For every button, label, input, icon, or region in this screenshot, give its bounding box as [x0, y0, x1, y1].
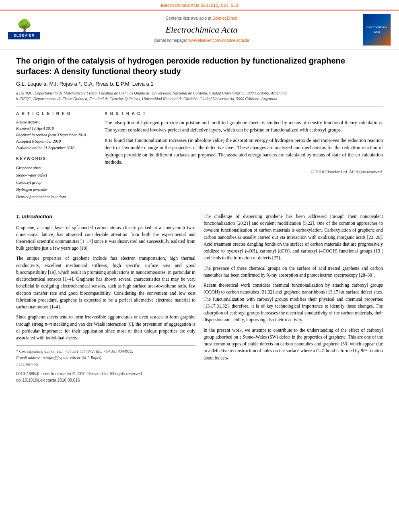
keyword-3: Carboxyl group: [16, 179, 97, 186]
keyword-2: Stone–Wales defect: [16, 172, 97, 179]
elsevier-logo: 🌳 ELSEVIER: [8, 20, 40, 39]
intro-para-3: Since graphene sheets tend to form irrev…: [16, 314, 195, 341]
journal-name: Electrochimica Acta: [44, 23, 359, 36]
main-content: The origin of the catalysis of hydrogen …: [0, 49, 399, 392]
affiliation-a: a INFIQC, Departamento de Matemática y F…: [16, 90, 383, 96]
received-date: Received 14 April 2010: [16, 125, 97, 132]
intro-para-2: The unique properties of graphene includ…: [16, 255, 195, 310]
elsevier-label: ELSEVIER: [8, 32, 40, 39]
abstract-para-2: It is found that functionalization incre…: [105, 137, 383, 166]
journal-cover-image: ElectrochimicaActa: [363, 14, 391, 46]
journal-homepage: journal homepage: www.elsevier.com/locat…: [44, 38, 359, 44]
affiliation-b: b INFQC, Departamento de Físico Química,…: [16, 96, 383, 102]
body-right-column: The challenge of dispersing graphene has…: [204, 213, 383, 384]
footnote-3: 1 ISE member.: [16, 361, 195, 368]
right-para-4: In the present work, we attempt to contr…: [204, 327, 383, 362]
authors: G.L. Luque a, M.I. Rojas a,*, G.A. Rivas…: [16, 80, 383, 88]
article-history: Article history: Received 14 April 2010 …: [16, 119, 97, 151]
article-info-column: A R T I C L E I N F O Article history: R…: [16, 111, 97, 201]
right-para-1: The challenge of dispersing graphene has…: [204, 213, 383, 262]
intro-heading: 1. Introduction: [16, 213, 195, 221]
available-date: Available online 21 September 2010: [16, 145, 97, 151]
issn-info: 0013-4686/$ – see front matter © 2010 El…: [16, 371, 195, 377]
contents-line: Contents lists available at ScienceDirec…: [44, 16, 359, 22]
article-info-label: A R T I C L E I N F O: [16, 111, 97, 117]
copyright: © 2010 Elsevier Ltd. All rights reserved…: [105, 169, 383, 175]
abstract-column: A B S T R A C T The adsorption of hydrog…: [105, 111, 383, 201]
keyword-1: Graphene sheet: [16, 164, 97, 172]
bottom-info: 0013-4686/$ – see front matter © 2010 El…: [16, 371, 195, 384]
divider-1: [16, 107, 383, 107]
sciencedirect-link[interactable]: ScienceDirect: [212, 16, 237, 21]
body-divider: [16, 207, 383, 207]
accepted-date: Accepted 6 September 2010: [16, 138, 97, 145]
revised-date: Received in revised form 3 September 201…: [16, 132, 97, 138]
homepage-url[interactable]: www.elsevier.com/locate/electacta: [188, 38, 249, 43]
right-para-3: Recent theoretical work considers chemic…: [204, 282, 383, 324]
keywords-section: Keywords: Graphene sheet Stone–Wales def…: [16, 156, 97, 201]
affiliations: a INFIQC, Departamento de Matemática y F…: [16, 90, 383, 102]
history-label: Article history:: [16, 119, 97, 125]
body-content: 1. Introduction Graphene, a single layer…: [16, 213, 383, 384]
abstract-label: A B S T R A C T: [105, 111, 383, 117]
footnote-1: * Corresponding author. Tel.: +54 351 43…: [16, 348, 195, 355]
doi-info: doi:10.1016/j.electacta.2010.09.016: [16, 377, 195, 384]
journal-banner: 🌳 ELSEVIER Contents lists available at S…: [0, 10, 399, 49]
journal-title-section: Contents lists available at ScienceDirec…: [44, 16, 359, 43]
footnote-2: E-mail address: mrojas@fcq.unc.edu.ar (M…: [16, 355, 195, 361]
paper-title: The origin of the catalysis of hydrogen …: [16, 55, 383, 76]
journal-citation: Electrochimica Acta 56 (2010) 523–530: [0, 0, 399, 10]
intro-para-1: Graphene, a single layer of sp2-bonded c…: [16, 224, 195, 252]
keyword-5: Density functional calculations: [16, 193, 97, 201]
keywords-list: Graphene sheet Stone–Wales defect Carbox…: [16, 164, 97, 201]
body-left-column: 1. Introduction Graphene, a single layer…: [16, 213, 195, 384]
abstract-text: The adsorption of hydrogen peroxide on p…: [105, 119, 383, 166]
abstract-para-1: The adsorption of hydrogen peroxide on p…: [105, 119, 383, 134]
article-info-abstract: A R T I C L E I N F O Article history: R…: [16, 111, 383, 201]
keyword-4: Hydrogen peroxide: [16, 186, 97, 193]
footnotes: * Corresponding author. Tel.: +54 351 43…: [16, 345, 195, 368]
keywords-label: Keywords:: [16, 156, 97, 162]
right-para-2: The presence of these chemical groups on…: [204, 265, 383, 279]
